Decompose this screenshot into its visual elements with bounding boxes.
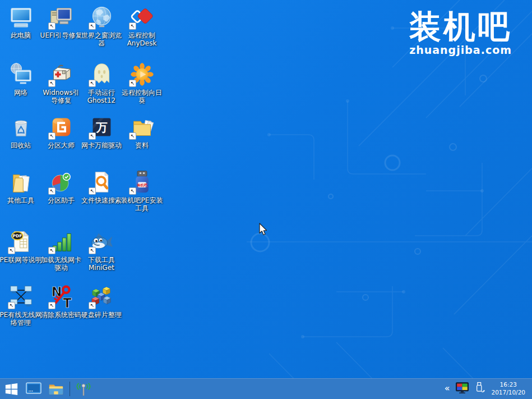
taskbar-separator: [70, 382, 70, 396]
desktop-icon-label: 远程控制 AnyDesk: [115, 31, 169, 48]
brand-subtitle: zhuangjiba.com: [409, 44, 512, 56]
desktop-background: 装机吧 zhuangjiba.com 此电脑 ↖ UEFI引导修复: [0, 0, 532, 399]
tray-time: 16:23: [491, 381, 525, 389]
shortcut-arrow-icon: ↖: [89, 302, 96, 309]
shortcut-arrow-icon: ↖: [129, 187, 136, 195]
desktop-icon-miniget[interactable]: ↖ 下载工具 MiniGet: [81, 228, 122, 272]
signal-bars-icon: ↖: [48, 228, 75, 255]
svg-text:T: T: [63, 296, 72, 309]
taskbar: « 16:23: [0, 378, 532, 399]
system-tray: « 16:23: [445, 381, 532, 396]
shortcut-arrow-icon: ↖: [129, 22, 136, 30]
tray-date: 2017/10/20: [491, 389, 525, 397]
shortcut-arrow-icon: ↖: [89, 22, 96, 30]
tray-clock[interactable]: 16:23 2017/10/20: [491, 381, 525, 396]
brand-title: 装机吧: [409, 9, 512, 45]
desktop-icon-label: 资料: [115, 141, 169, 149]
wan-driver-icon: 万 ↖: [88, 113, 115, 140]
wireless-tool-button[interactable]: [72, 379, 95, 399]
desktop-icon-label: 硬盘碎片整理: [75, 311, 128, 319]
svg-text:万: 万: [95, 121, 108, 134]
tray-expand-chevron[interactable]: «: [445, 384, 450, 394]
shortcut-arrow-icon: ↖: [48, 302, 55, 309]
nt-password-icon: N T ↖: [48, 283, 75, 310]
shortcut-arrow-icon: ↖: [89, 132, 96, 140]
ghost-icon: ↖: [88, 61, 115, 88]
shortcut-arrow-icon: ↖: [8, 302, 15, 309]
desktop-icon-pe-network-manager[interactable]: ↖ PE有线无线网 络管理: [1, 283, 41, 327]
network-icon: [7, 61, 34, 88]
antenna-signal-icon: [75, 382, 92, 397]
desktop-icon-zjb-pe-installer[interactable]: 装机吧 ↖ 装机吧PE安装 工具: [122, 168, 162, 213]
desktop-icon-anydesk[interactable]: ↖ 远程控制 AnyDesk: [122, 3, 162, 48]
shortcut-arrow-icon: ↖: [89, 80, 96, 87]
svg-text:装机吧: 装机吧: [137, 182, 147, 187]
shortcut-arrow-icon: ↖: [48, 247, 55, 254]
shortcut-arrow-icon: ↖: [89, 247, 96, 254]
lan-manage-icon: ↖: [7, 283, 34, 310]
folder-explorer-icon: [48, 382, 64, 396]
open-folder-icon: [7, 168, 34, 195]
defrag-cubes-icon: ↖: [88, 283, 115, 310]
shortcut-arrow-icon: ↖: [48, 187, 55, 195]
show-desktop-button[interactable]: [22, 379, 45, 399]
desktop-icon-label: 下载工具 MiniGet: [75, 256, 128, 272]
browser-globe-icon: ↖: [88, 3, 115, 30]
shortcut-arrow-icon: ↖: [8, 247, 15, 254]
recycle-bin-icon: [7, 113, 34, 140]
shortcut-arrow-icon: ↖: [48, 80, 55, 87]
shortcut-arrow-icon: ↖: [129, 132, 136, 140]
desktop-icon-data-folder[interactable]: ↖ 资料: [122, 113, 162, 149]
folder-icon: ↖: [128, 113, 155, 140]
mouse-cursor: [259, 223, 269, 239]
start-button[interactable]: [0, 379, 22, 399]
shortcut-arrow-icon: ↖: [89, 187, 96, 195]
desktop-icon-sunflower-remote[interactable]: ↖ 远程控制向日 葵: [122, 61, 162, 105]
diskgenius-icon: ↖: [48, 113, 75, 140]
desktop-icon-label: 远程控制向日 葵: [115, 89, 169, 105]
pdf-doc-icon: PDF ↖: [7, 228, 34, 255]
desktop-icon-defrag[interactable]: ↖ 硬盘碎片整理: [81, 283, 122, 319]
shortcut-arrow-icon: ↖: [48, 22, 55, 30]
file-search-icon: ↖: [88, 168, 115, 195]
shark-icon: ↖: [88, 228, 115, 255]
file-explorer-button[interactable]: [45, 379, 67, 399]
shortcut-arrow-icon: ↖: [129, 80, 136, 87]
svg-text:PDF: PDF: [12, 233, 22, 239]
windows-logo-icon: [5, 383, 18, 396]
anydesk-icon: ↖: [128, 3, 155, 30]
partition-pie-icon: ↖: [48, 168, 75, 195]
toolbox-icon: ↖: [48, 61, 75, 88]
computer-icon: [7, 3, 34, 30]
desktop-icon-label: 装机吧PE安装 工具: [115, 196, 169, 213]
brand-logo: 装机吧 zhuangjiba.com: [409, 9, 512, 56]
usb-eject-tray-icon[interactable]: [475, 382, 485, 396]
uefi-repair-icon: ↖: [48, 3, 75, 30]
shortcut-arrow-icon: ↖: [48, 132, 55, 140]
sunflower-icon: ↖: [128, 61, 155, 88]
display-settings-tray-icon[interactable]: [456, 382, 469, 396]
desktop-monitor-icon: [26, 382, 41, 396]
usb-install-icon: 装机吧 ↖: [128, 168, 155, 195]
